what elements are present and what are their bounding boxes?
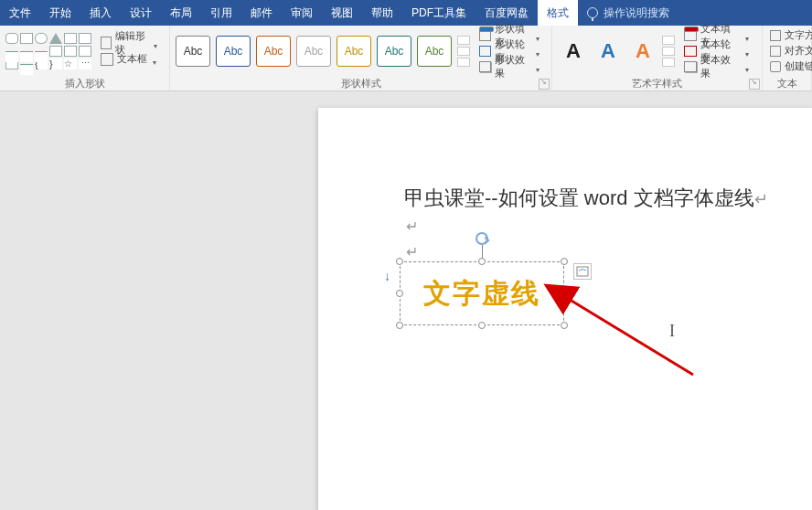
tab-home[interactable]: 开始	[40, 0, 80, 26]
shape-thumb[interactable]	[35, 51, 48, 62]
text-effects-button[interactable]: 文本效果	[680, 59, 756, 74]
shape-thumb[interactable]	[64, 46, 77, 57]
text-direction-icon	[770, 30, 781, 41]
gallery-more-button[interactable]	[662, 58, 675, 67]
shape-thumb[interactable]	[20, 33, 33, 44]
group-label: 艺术字样式	[552, 76, 762, 90]
textbox-text[interactable]: 文字虚线	[423, 275, 540, 313]
tab-references[interactable]: 引用	[201, 0, 241, 26]
text-cursor: I	[669, 322, 675, 341]
tab-review[interactable]: 审阅	[282, 0, 322, 26]
tab-view[interactable]: 视图	[322, 0, 362, 26]
wordart-style-thumb[interactable]: A	[593, 37, 624, 66]
wordart-style-thumb[interactable]: A	[558, 37, 589, 66]
tab-insert[interactable]: 插入	[80, 0, 121, 26]
paint-bucket-icon	[479, 30, 491, 41]
resize-handle-bm[interactable]	[478, 322, 486, 329]
dialog-launcher[interactable]	[749, 79, 760, 90]
create-link-button[interactable]: 创建链接	[766, 59, 812, 74]
text-box-icon	[101, 53, 113, 66]
align-text-button[interactable]: 对齐文本	[766, 44, 812, 58]
text-direction-button[interactable]: 文字方向	[766, 28, 812, 43]
resize-handle-bl[interactable]	[396, 322, 403, 329]
edit-shape-button[interactable]: 编辑形状	[97, 36, 164, 50]
group-shape-styles: Abc Abc Abc Abc Abc Abc Abc 形状填充	[170, 26, 552, 90]
gallery-up-button[interactable]	[457, 36, 470, 45]
chevron-down-icon	[745, 32, 753, 39]
shape-style-thumb[interactable]: Abc	[216, 36, 251, 67]
text-effects-icon	[684, 61, 697, 72]
chevron-down-icon	[536, 63, 542, 70]
shape-thumb[interactable]	[79, 33, 91, 44]
gallery-more-button[interactable]	[457, 58, 470, 67]
gallery-down-button[interactable]	[457, 47, 470, 56]
shape-style-thumb[interactable]: Abc	[296, 36, 331, 67]
tell-me-label: 操作说明搜索	[604, 5, 669, 21]
tab-layout[interactable]: 布局	[161, 0, 201, 26]
shape-style-thumb[interactable]: Abc	[417, 36, 452, 67]
resize-handle-ml[interactable]	[396, 290, 403, 297]
edit-shape-icon	[101, 37, 112, 49]
shape-effects-button[interactable]: 形状效果	[475, 59, 546, 74]
shape-thumb[interactable]	[5, 33, 18, 44]
textbox-content[interactable]: 文字虚线	[400, 261, 564, 325]
resize-handle-br[interactable]	[561, 322, 568, 329]
resize-handle-tl[interactable]	[396, 258, 403, 265]
shape-thumb[interactable]	[20, 64, 33, 75]
gallery-up-button[interactable]	[662, 36, 675, 45]
text-box-button[interactable]: 文本框	[97, 52, 164, 67]
gallery-down-button[interactable]	[662, 47, 675, 56]
shape-thumb[interactable]	[5, 51, 18, 62]
tab-pdf[interactable]: PDF工具集	[402, 0, 475, 26]
chevron-down-icon	[745, 63, 753, 70]
layout-options-button[interactable]	[573, 263, 592, 280]
chevron-down-icon	[536, 32, 542, 39]
align-text-icon	[770, 46, 781, 57]
group-wordart-styles: A A A 文本填充 文本轮廓	[552, 26, 763, 90]
textbox-object[interactable]: 文字虚线	[400, 252, 564, 335]
shape-thumb[interactable]	[49, 46, 62, 57]
link-icon	[770, 61, 781, 72]
tell-me-search[interactable]: 操作说明搜索	[587, 5, 669, 21]
document-page[interactable]: 甲虫课堂--如何设置 word 文档字体虚线↵ ↵ ↵ ↓ 文字虚线	[318, 108, 812, 510]
group-label: 文本	[763, 76, 811, 90]
shape-thumb[interactable]	[35, 33, 48, 44]
shape-style-thumb[interactable]: Abc	[377, 36, 411, 67]
resize-handle-tr[interactable]	[561, 258, 568, 265]
tab-design[interactable]: 设计	[121, 0, 161, 26]
text-fill-icon	[684, 30, 697, 41]
shape-style-thumb[interactable]: Abc	[176, 36, 210, 67]
layout-options-icon	[576, 266, 589, 277]
text-outline-icon	[684, 46, 697, 57]
shape-thumb[interactable]	[49, 33, 62, 44]
chevron-down-icon	[536, 48, 542, 55]
shape-thumb[interactable]	[20, 51, 33, 62]
document-title-text[interactable]: 甲虫课堂--如何设置 word 文档字体虚线↵	[404, 185, 768, 212]
resize-handle-tm[interactable]	[478, 258, 486, 265]
group-label: 插入形状	[0, 76, 169, 90]
chevron-down-icon	[745, 48, 753, 55]
dialog-launcher[interactable]	[539, 79, 550, 90]
shape-thumb[interactable]	[64, 33, 77, 44]
document-area[interactable]: 甲虫课堂--如何设置 word 文档字体虚线↵ ↵ ↵ ↓ 文字虚线	[0, 91, 812, 510]
tab-bar: 文件 开始 插入 设计 布局 引用 邮件 审阅 视图 帮助 PDF工具集 百度网…	[0, 0, 812, 26]
group-label: 形状样式	[170, 76, 551, 90]
tab-help[interactable]: 帮助	[362, 0, 402, 26]
lightbulb-icon	[587, 7, 598, 18]
shape-style-thumb[interactable]: Abc	[256, 36, 291, 67]
tab-format[interactable]: 格式	[538, 0, 578, 26]
group-text: 文字方向 对齐文本 创建链接 文本	[763, 26, 812, 90]
shape-gallery[interactable]: { } ☆ ⋯	[5, 33, 91, 69]
svg-rect-0	[577, 267, 588, 276]
rotation-handle[interactable]	[475, 232, 488, 245]
chevron-down-icon	[153, 56, 160, 63]
wordart-style-thumb[interactable]: A	[627, 37, 658, 66]
paragraph-mark: ↵	[406, 218, 418, 235]
effects-icon	[479, 61, 491, 72]
shape-style-thumb[interactable]: Abc	[337, 36, 371, 67]
chevron-down-icon	[154, 39, 160, 47]
resize-handle-mr[interactable]	[561, 290, 568, 297]
shape-thumb[interactable]	[79, 46, 91, 57]
tab-file[interactable]: 文件	[0, 0, 40, 26]
tab-mailings[interactable]: 邮件	[241, 0, 282, 26]
